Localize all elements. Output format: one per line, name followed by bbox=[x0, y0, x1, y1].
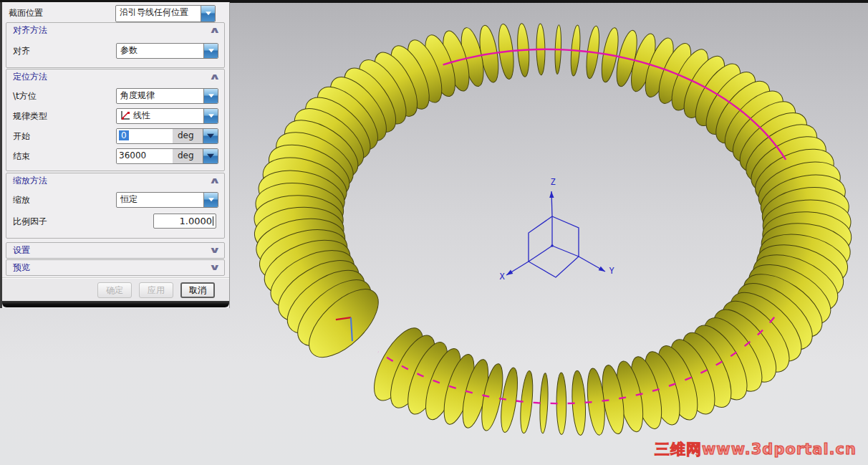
preview-group[interactable]: 预览 ∨ bbox=[6, 259, 225, 276]
scale-factor-input[interactable]: 1.0000 bbox=[153, 214, 216, 229]
dropdown-arrow-icon[interactable] bbox=[203, 109, 218, 123]
orientation-group: 定位方法 ∧ \t方位 角度规律 规律类型 线性 bbox=[6, 69, 225, 171]
application-window: XYZ 三维网www.3dportal.cn 截面位置 沿引导线任何位置 对齐方… bbox=[0, 0, 868, 465]
align-select[interactable]: 参数 bbox=[116, 43, 218, 59]
scaling-group-header[interactable]: 缩放方法 ∧ bbox=[6, 173, 224, 188]
dropdown-arrow-icon[interactable] bbox=[201, 6, 215, 21]
scale-value: 恒定 bbox=[120, 194, 138, 204]
settings-group-title: 设置 bbox=[13, 243, 30, 258]
align-label: 对齐 bbox=[13, 45, 30, 57]
collapse-icon[interactable]: ∧ bbox=[209, 69, 221, 85]
orient-select[interactable]: 角度规律 bbox=[116, 88, 218, 104]
alignment-group: 对齐方法 ∧ 对齐 参数 bbox=[6, 22, 225, 68]
section-position-label: 截面位置 bbox=[9, 7, 43, 19]
expand-icon[interactable]: ∨ bbox=[209, 260, 221, 275]
start-angle-label: 开始 bbox=[13, 130, 30, 143]
settings-group[interactable]: 设置 ∨ bbox=[6, 242, 225, 259]
text-cursor bbox=[213, 216, 213, 226]
apply-button[interactable]: 应用 bbox=[139, 282, 173, 298]
ok-button[interactable]: 确定 bbox=[97, 282, 132, 298]
expand-icon[interactable]: ∨ bbox=[209, 243, 221, 258]
svg-text:Z: Z bbox=[550, 177, 555, 187]
start-angle-value: 0 bbox=[119, 130, 129, 140]
preview-group-title: 预览 bbox=[13, 260, 30, 275]
dialog-resize-grip[interactable] bbox=[2, 301, 229, 307]
dialog-button-row: 确定 应用 取消 bbox=[2, 277, 229, 302]
law-type-label: 规律类型 bbox=[13, 110, 47, 123]
orientation-group-title: 定位方法 bbox=[13, 69, 47, 85]
orientation-group-header[interactable]: 定位方法 ∧ bbox=[6, 69, 224, 85]
end-angle-label: 结束 bbox=[13, 150, 30, 163]
scale-factor-label: 比例因子 bbox=[13, 216, 47, 228]
scale-factor-value: 1.0000 bbox=[180, 216, 213, 226]
section-position-row: 截面位置 沿引导线任何位置 bbox=[2, 4, 229, 21]
scale-row: 缩放 恒定 bbox=[6, 192, 224, 208]
svg-text:Y: Y bbox=[609, 266, 614, 276]
align-row: 对齐 参数 bbox=[6, 43, 224, 59]
collapse-icon[interactable]: ∧ bbox=[209, 173, 221, 188]
collapse-icon[interactable]: ∧ bbox=[209, 23, 221, 38]
alignment-group-header[interactable]: 对齐方法 ∧ bbox=[6, 23, 224, 38]
scaling-group: 缩放方法 ∧ 缩放 恒定 比例因子 1.0000 bbox=[6, 173, 225, 239]
start-angle-field: 0 deg bbox=[116, 128, 218, 144]
end-angle-field: 36000 deg bbox=[116, 148, 218, 164]
section-position-value: 沿引导线任何位置 bbox=[120, 7, 188, 17]
scale-factor-row: 比例因子 1.0000 bbox=[6, 214, 224, 229]
law-type-select[interactable]: 线性 bbox=[116, 108, 218, 124]
alignment-group-title: 对齐方法 bbox=[13, 23, 47, 38]
unit-options-icon[interactable] bbox=[203, 149, 218, 163]
start-angle-row: 开始 0 deg bbox=[6, 128, 224, 144]
scale-select[interactable]: 恒定 bbox=[116, 192, 218, 208]
watermark: 三维网www.3dportal.cn bbox=[655, 439, 857, 459]
start-angle-unit: deg bbox=[173, 129, 203, 143]
start-angle-input[interactable]: 0 bbox=[117, 129, 173, 143]
cancel-button[interactable]: 取消 bbox=[180, 282, 215, 298]
end-angle-unit: deg bbox=[173, 149, 203, 163]
dropdown-arrow-icon[interactable] bbox=[203, 44, 218, 58]
datum-csys: XYZ bbox=[499, 177, 614, 282]
linear-law-icon bbox=[120, 110, 130, 120]
orient-label: \t方位 bbox=[13, 90, 37, 102]
scale-label: 缩放 bbox=[13, 194, 30, 206]
orient-row: \t方位 角度规律 bbox=[6, 88, 224, 104]
end-angle-input[interactable]: 36000 bbox=[117, 149, 173, 163]
section-position-select[interactable]: 沿引导线任何位置 bbox=[115, 5, 216, 22]
scaling-group-title: 缩放方法 bbox=[13, 173, 47, 188]
align-value: 参数 bbox=[120, 45, 138, 55]
dropdown-arrow-icon[interactable] bbox=[203, 193, 218, 207]
orient-value: 角度规律 bbox=[120, 90, 155, 100]
law-type-value: 线性 bbox=[133, 110, 150, 120]
svg-text:X: X bbox=[499, 272, 505, 282]
swept-dialog: 截面位置 沿引导线任何位置 对齐方法 ∧ 对齐 参数 定位方法 bbox=[0, 2, 230, 308]
dropdown-arrow-icon[interactable] bbox=[203, 89, 218, 103]
law-type-row: 规律类型 线性 bbox=[6, 108, 224, 124]
unit-options-icon[interactable] bbox=[203, 129, 218, 143]
helix-coil bbox=[252, 23, 853, 436]
end-angle-row: 结束 36000 deg bbox=[6, 148, 224, 164]
